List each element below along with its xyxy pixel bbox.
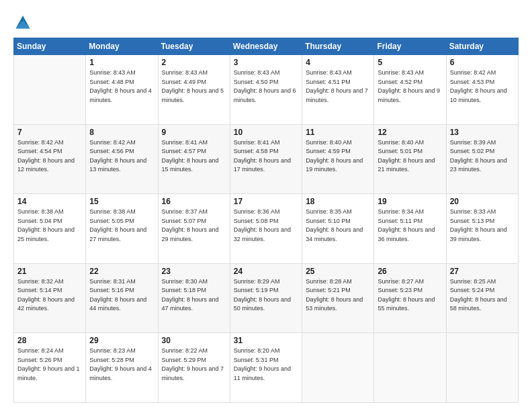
day-number: 29 bbox=[89, 336, 154, 345]
sunrise-text: Sunrise: 8:41 AM bbox=[234, 138, 299, 148]
sunset-text: Sunset: 4:50 PM bbox=[234, 78, 299, 87]
day-info: Sunrise: 8:22 AMSunset: 5:29 PMDaylight:… bbox=[162, 347, 227, 383]
calendar-cell: 24Sunrise: 8:29 AMSunset: 5:19 PMDayligh… bbox=[230, 263, 302, 333]
calendar-cell: 11Sunrise: 8:40 AMSunset: 4:59 PMDayligh… bbox=[302, 124, 374, 194]
day-info: Sunrise: 8:36 AMSunset: 5:08 PMDaylight:… bbox=[234, 208, 299, 244]
calendar-cell bbox=[302, 333, 374, 403]
daylight-text: Daylight: 8 hours and 36 minutes. bbox=[378, 226, 443, 244]
sunset-text: Sunset: 5:14 PM bbox=[17, 286, 83, 295]
day-info: Sunrise: 8:25 AMSunset: 5:24 PMDaylight:… bbox=[450, 277, 515, 314]
calendar-cell: 5Sunrise: 8:43 AMSunset: 4:52 PMDaylight… bbox=[374, 55, 446, 125]
calendar-table: SundayMondayTuesdayWednesdayThursdayFrid… bbox=[13, 38, 519, 403]
day-number: 24 bbox=[234, 267, 299, 276]
calendar-header: SundayMondayTuesdayWednesdayThursdayFrid… bbox=[14, 38, 519, 55]
sunrise-text: Sunrise: 8:23 AM bbox=[89, 347, 154, 356]
calendar-week-row: 21Sunrise: 8:32 AMSunset: 5:14 PMDayligh… bbox=[14, 263, 519, 333]
day-number: 18 bbox=[306, 197, 371, 206]
day-info: Sunrise: 8:43 AMSunset: 4:50 PMDaylight:… bbox=[234, 68, 299, 105]
day-info: Sunrise: 8:41 AMSunset: 4:58 PMDaylight:… bbox=[234, 138, 299, 175]
sunset-text: Sunset: 5:08 PM bbox=[234, 217, 299, 226]
sunset-text: Sunset: 4:48 PM bbox=[89, 78, 154, 87]
calendar-cell: 6Sunrise: 8:42 AMSunset: 4:53 PMDaylight… bbox=[446, 55, 518, 125]
sunset-text: Sunset: 5:31 PM bbox=[234, 356, 299, 365]
day-number: 15 bbox=[89, 197, 154, 206]
weekday-header: Monday bbox=[86, 38, 158, 55]
daylight-text: Daylight: 8 hours and 32 minutes. bbox=[234, 226, 299, 244]
calendar-cell: 27Sunrise: 8:25 AMSunset: 5:24 PMDayligh… bbox=[446, 263, 518, 333]
day-number: 27 bbox=[450, 267, 515, 276]
sunset-text: Sunset: 5:07 PM bbox=[162, 217, 227, 226]
calendar-cell: 9Sunrise: 8:41 AMSunset: 4:57 PMDaylight… bbox=[158, 124, 230, 194]
sunrise-text: Sunrise: 8:42 AM bbox=[17, 138, 83, 148]
calendar-week-row: 1Sunrise: 8:43 AMSunset: 4:48 PMDaylight… bbox=[14, 55, 519, 125]
calendar-cell: 30Sunrise: 8:22 AMSunset: 5:29 PMDayligh… bbox=[158, 333, 230, 403]
daylight-text: Daylight: 8 hours and 5 minutes. bbox=[162, 87, 227, 105]
sunrise-text: Sunrise: 8:40 AM bbox=[378, 138, 443, 148]
day-info: Sunrise: 8:42 AMSunset: 4:56 PMDaylight:… bbox=[89, 138, 154, 175]
calendar-cell: 8Sunrise: 8:42 AMSunset: 4:56 PMDaylight… bbox=[86, 124, 158, 194]
calendar-cell: 19Sunrise: 8:34 AMSunset: 5:11 PMDayligh… bbox=[374, 194, 446, 264]
sunset-text: Sunset: 5:01 PM bbox=[378, 147, 443, 156]
day-info: Sunrise: 8:38 AMSunset: 5:05 PMDaylight:… bbox=[89, 208, 154, 244]
calendar-cell: 7Sunrise: 8:42 AMSunset: 4:54 PMDaylight… bbox=[14, 124, 86, 194]
sunset-text: Sunset: 5:21 PM bbox=[306, 286, 371, 295]
day-number: 10 bbox=[234, 128, 299, 137]
sunrise-text: Sunrise: 8:40 AM bbox=[306, 138, 371, 148]
sunrise-text: Sunrise: 8:27 AM bbox=[378, 277, 443, 287]
day-info: Sunrise: 8:42 AMSunset: 4:53 PMDaylight:… bbox=[450, 68, 515, 105]
calendar-cell bbox=[446, 333, 518, 403]
sunrise-text: Sunrise: 8:24 AM bbox=[17, 347, 83, 356]
daylight-text: Daylight: 8 hours and 58 minutes. bbox=[450, 295, 515, 314]
sunset-text: Sunset: 5:18 PM bbox=[162, 286, 227, 295]
calendar-cell: 10Sunrise: 8:41 AMSunset: 4:58 PMDayligh… bbox=[230, 124, 302, 194]
sunset-text: Sunset: 4:56 PM bbox=[89, 147, 154, 156]
calendar-cell: 25Sunrise: 8:28 AMSunset: 5:21 PMDayligh… bbox=[302, 263, 374, 333]
calendar-cell: 26Sunrise: 8:27 AMSunset: 5:23 PMDayligh… bbox=[374, 263, 446, 333]
day-info: Sunrise: 8:41 AMSunset: 4:57 PMDaylight:… bbox=[162, 138, 227, 175]
sunrise-text: Sunrise: 8:32 AM bbox=[17, 277, 83, 287]
sunset-text: Sunset: 4:58 PM bbox=[234, 147, 299, 156]
calendar-cell: 14Sunrise: 8:38 AMSunset: 5:04 PMDayligh… bbox=[14, 194, 86, 264]
day-number: 12 bbox=[378, 128, 443, 137]
sunset-text: Sunset: 5:11 PM bbox=[378, 217, 443, 226]
daylight-text: Daylight: 8 hours and 15 minutes. bbox=[162, 156, 227, 175]
day-info: Sunrise: 8:23 AMSunset: 5:28 PMDaylight:… bbox=[89, 347, 154, 383]
weekday-header: Tuesday bbox=[158, 38, 230, 55]
day-info: Sunrise: 8:40 AMSunset: 5:01 PMDaylight:… bbox=[378, 138, 443, 175]
day-number: 5 bbox=[378, 58, 443, 67]
daylight-text: Daylight: 8 hours and 55 minutes. bbox=[378, 295, 443, 314]
day-number: 7 bbox=[17, 128, 83, 137]
daylight-text: Daylight: 8 hours and 19 minutes. bbox=[306, 156, 371, 175]
sunrise-text: Sunrise: 8:22 AM bbox=[162, 347, 227, 356]
calendar-body: 1Sunrise: 8:43 AMSunset: 4:48 PMDaylight… bbox=[14, 55, 519, 403]
day-number: 28 bbox=[17, 336, 83, 345]
day-info: Sunrise: 8:32 AMSunset: 5:14 PMDaylight:… bbox=[17, 277, 83, 314]
sunrise-text: Sunrise: 8:35 AM bbox=[306, 208, 371, 217]
sunset-text: Sunset: 5:26 PM bbox=[17, 356, 83, 365]
daylight-text: Daylight: 9 hours and 1 minute. bbox=[17, 365, 83, 383]
calendar-cell: 23Sunrise: 8:30 AMSunset: 5:18 PMDayligh… bbox=[158, 263, 230, 333]
daylight-text: Daylight: 8 hours and 47 minutes. bbox=[162, 295, 227, 314]
daylight-text: Daylight: 8 hours and 7 minutes. bbox=[306, 87, 371, 105]
calendar-cell bbox=[374, 333, 446, 403]
calendar-week-row: 28Sunrise: 8:24 AMSunset: 5:26 PMDayligh… bbox=[14, 333, 519, 403]
sunset-text: Sunset: 5:23 PM bbox=[378, 286, 443, 295]
day-number: 6 bbox=[450, 58, 515, 67]
day-info: Sunrise: 8:29 AMSunset: 5:19 PMDaylight:… bbox=[234, 277, 299, 314]
weekday-header: Wednesday bbox=[230, 38, 302, 55]
sunrise-text: Sunrise: 8:41 AM bbox=[162, 138, 227, 148]
day-info: Sunrise: 8:31 AMSunset: 5:16 PMDaylight:… bbox=[89, 277, 154, 314]
day-number: 25 bbox=[306, 267, 371, 276]
calendar-cell: 20Sunrise: 8:33 AMSunset: 5:13 PMDayligh… bbox=[446, 194, 518, 264]
daylight-text: Daylight: 8 hours and 50 minutes. bbox=[234, 295, 299, 314]
calendar-cell: 12Sunrise: 8:40 AMSunset: 5:01 PMDayligh… bbox=[374, 124, 446, 194]
daylight-text: Daylight: 8 hours and 44 minutes. bbox=[89, 295, 154, 314]
day-number: 17 bbox=[234, 197, 299, 206]
weekday-header: Thursday bbox=[302, 38, 374, 55]
day-info: Sunrise: 8:28 AMSunset: 5:21 PMDaylight:… bbox=[306, 277, 371, 314]
day-info: Sunrise: 8:40 AMSunset: 4:59 PMDaylight:… bbox=[306, 138, 371, 175]
calendar-week-row: 14Sunrise: 8:38 AMSunset: 5:04 PMDayligh… bbox=[14, 194, 519, 264]
calendar-cell: 17Sunrise: 8:36 AMSunset: 5:08 PMDayligh… bbox=[230, 194, 302, 264]
day-info: Sunrise: 8:27 AMSunset: 5:23 PMDaylight:… bbox=[378, 277, 443, 314]
day-info: Sunrise: 8:43 AMSunset: 4:49 PMDaylight:… bbox=[162, 68, 227, 105]
